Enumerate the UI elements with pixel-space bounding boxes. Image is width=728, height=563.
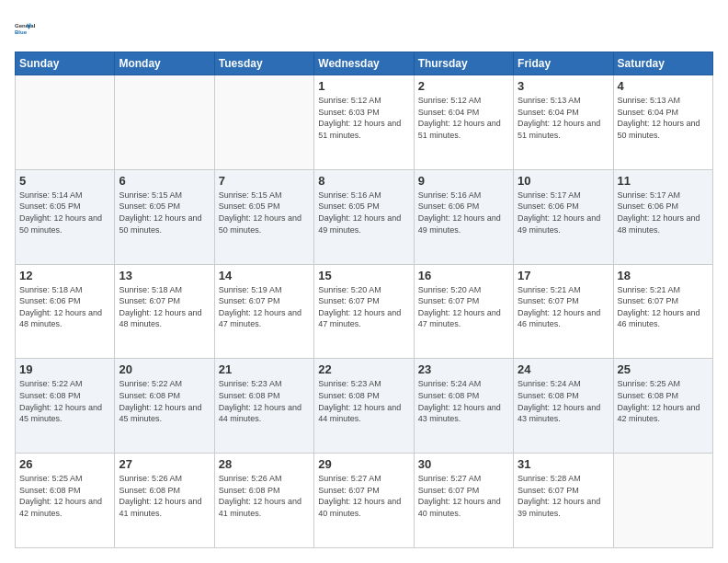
- day-info: Sunrise: 5:13 AM Sunset: 6:04 PM Dayligh…: [518, 95, 609, 141]
- header-row: SundayMondayTuesdayWednesdayThursdayFrid…: [16, 52, 713, 75]
- week-row-5: 26Sunrise: 5:25 AM Sunset: 6:08 PM Dayli…: [16, 454, 713, 548]
- day-number: 30: [418, 457, 509, 471]
- calendar-table: SundayMondayTuesdayWednesdayThursdayFrid…: [15, 52, 713, 548]
- day-cell: 4Sunrise: 5:13 AM Sunset: 6:04 PM Daylig…: [613, 75, 712, 170]
- day-cell: 5Sunrise: 5:14 AM Sunset: 6:05 PM Daylig…: [16, 169, 115, 264]
- day-number: 17: [518, 269, 609, 282]
- day-number: 20: [119, 362, 210, 376]
- day-number: 19: [19, 362, 110, 376]
- day-info: Sunrise: 5:25 AM Sunset: 6:08 PM Dayligh…: [19, 473, 110, 519]
- day-info: Sunrise: 5:12 AM Sunset: 6:04 PM Dayligh…: [418, 95, 509, 141]
- day-info: Sunrise: 5:19 AM Sunset: 6:07 PM Dayligh…: [219, 284, 310, 330]
- day-number: 28: [219, 457, 310, 471]
- day-number: 11: [618, 174, 709, 188]
- day-info: Sunrise: 5:28 AM Sunset: 6:07 PM Dayligh…: [518, 473, 609, 519]
- day-number: 4: [618, 79, 709, 93]
- day-info: Sunrise: 5:24 AM Sunset: 6:08 PM Dayligh…: [418, 378, 509, 424]
- day-info: Sunrise: 5:16 AM Sunset: 6:05 PM Dayligh…: [318, 190, 409, 236]
- day-number: 12: [19, 269, 110, 282]
- day-cell: 17Sunrise: 5:21 AM Sunset: 6:07 PM Dayli…: [514, 264, 613, 359]
- week-row-4: 19Sunrise: 5:22 AM Sunset: 6:08 PM Dayli…: [16, 359, 713, 454]
- col-header-wednesday: Wednesday: [314, 52, 414, 75]
- day-number: 2: [418, 79, 509, 93]
- col-header-saturday: Saturday: [613, 52, 712, 75]
- logo: General Blue: [15, 15, 42, 42]
- header: General Blue: [15, 15, 713, 42]
- day-info: Sunrise: 5:15 AM Sunset: 6:05 PM Dayligh…: [119, 190, 210, 236]
- svg-text:Blue: Blue: [15, 29, 28, 35]
- day-info: Sunrise: 5:22 AM Sunset: 6:08 PM Dayligh…: [119, 378, 210, 424]
- day-cell: 19Sunrise: 5:22 AM Sunset: 6:08 PM Dayli…: [16, 359, 115, 454]
- day-info: Sunrise: 5:17 AM Sunset: 6:06 PM Dayligh…: [518, 190, 609, 236]
- col-header-friday: Friday: [514, 52, 613, 75]
- day-number: 3: [518, 79, 609, 93]
- day-cell: [115, 75, 214, 170]
- day-number: 8: [318, 174, 409, 188]
- day-number: 18: [618, 269, 709, 282]
- day-info: Sunrise: 5:16 AM Sunset: 6:06 PM Dayligh…: [418, 190, 509, 236]
- day-info: Sunrise: 5:14 AM Sunset: 6:05 PM Dayligh…: [19, 190, 110, 236]
- week-row-2: 5Sunrise: 5:14 AM Sunset: 6:05 PM Daylig…: [16, 169, 713, 264]
- day-info: Sunrise: 5:12 AM Sunset: 6:03 PM Dayligh…: [318, 95, 409, 141]
- week-row-3: 12Sunrise: 5:18 AM Sunset: 6:06 PM Dayli…: [16, 264, 713, 359]
- day-cell: 27Sunrise: 5:26 AM Sunset: 6:08 PM Dayli…: [115, 454, 214, 548]
- day-cell: 14Sunrise: 5:19 AM Sunset: 6:07 PM Dayli…: [214, 264, 313, 359]
- day-info: Sunrise: 5:20 AM Sunset: 6:07 PM Dayligh…: [318, 284, 409, 330]
- day-cell: 1Sunrise: 5:12 AM Sunset: 6:03 PM Daylig…: [314, 75, 414, 170]
- day-info: Sunrise: 5:25 AM Sunset: 6:08 PM Dayligh…: [618, 378, 709, 424]
- day-cell: 9Sunrise: 5:16 AM Sunset: 6:06 PM Daylig…: [414, 169, 513, 264]
- day-cell: [214, 75, 313, 170]
- col-header-monday: Monday: [115, 52, 214, 75]
- day-info: Sunrise: 5:26 AM Sunset: 6:08 PM Dayligh…: [119, 473, 210, 519]
- day-cell: 2Sunrise: 5:12 AM Sunset: 6:04 PM Daylig…: [414, 75, 513, 170]
- day-number: 9: [418, 174, 509, 188]
- day-cell: 15Sunrise: 5:20 AM Sunset: 6:07 PM Dayli…: [314, 264, 414, 359]
- col-header-tuesday: Tuesday: [214, 52, 313, 75]
- day-cell: 16Sunrise: 5:20 AM Sunset: 6:07 PM Dayli…: [414, 264, 513, 359]
- day-number: 10: [518, 174, 609, 188]
- day-info: Sunrise: 5:15 AM Sunset: 6:05 PM Dayligh…: [219, 190, 310, 236]
- day-info: Sunrise: 5:23 AM Sunset: 6:08 PM Dayligh…: [219, 378, 310, 424]
- day-info: Sunrise: 5:21 AM Sunset: 6:07 PM Dayligh…: [518, 284, 609, 330]
- day-info: Sunrise: 5:23 AM Sunset: 6:08 PM Dayligh…: [318, 378, 409, 424]
- day-info: Sunrise: 5:21 AM Sunset: 6:07 PM Dayligh…: [618, 284, 709, 330]
- day-number: 22: [318, 362, 409, 376]
- day-number: 24: [518, 362, 609, 376]
- day-number: 15: [318, 269, 409, 282]
- day-info: Sunrise: 5:22 AM Sunset: 6:08 PM Dayligh…: [19, 378, 110, 424]
- day-number: 7: [219, 174, 310, 188]
- day-info: Sunrise: 5:27 AM Sunset: 6:07 PM Dayligh…: [318, 473, 409, 519]
- day-cell: 31Sunrise: 5:28 AM Sunset: 6:07 PM Dayli…: [514, 454, 613, 548]
- day-number: 1: [318, 79, 409, 93]
- day-number: 16: [418, 269, 509, 282]
- day-number: 13: [119, 269, 210, 282]
- day-cell: 22Sunrise: 5:23 AM Sunset: 6:08 PM Dayli…: [314, 359, 414, 454]
- day-info: Sunrise: 5:24 AM Sunset: 6:08 PM Dayligh…: [518, 378, 609, 424]
- day-cell: 20Sunrise: 5:22 AM Sunset: 6:08 PM Dayli…: [115, 359, 214, 454]
- day-number: 23: [418, 362, 509, 376]
- day-info: Sunrise: 5:27 AM Sunset: 6:07 PM Dayligh…: [418, 473, 509, 519]
- day-info: Sunrise: 5:17 AM Sunset: 6:06 PM Dayligh…: [618, 190, 709, 236]
- day-info: Sunrise: 5:18 AM Sunset: 6:06 PM Dayligh…: [19, 284, 110, 330]
- day-cell: 3Sunrise: 5:13 AM Sunset: 6:04 PM Daylig…: [514, 75, 613, 170]
- day-cell: [613, 454, 712, 548]
- day-number: 29: [318, 457, 409, 471]
- col-header-sunday: Sunday: [16, 52, 115, 75]
- day-number: 5: [19, 174, 110, 188]
- day-cell: 25Sunrise: 5:25 AM Sunset: 6:08 PM Dayli…: [613, 359, 712, 454]
- day-cell: 18Sunrise: 5:21 AM Sunset: 6:07 PM Dayli…: [613, 264, 712, 359]
- day-cell: 10Sunrise: 5:17 AM Sunset: 6:06 PM Dayli…: [514, 169, 613, 264]
- logo-icon: General Blue: [15, 15, 42, 42]
- day-cell: 13Sunrise: 5:18 AM Sunset: 6:07 PM Dayli…: [115, 264, 214, 359]
- day-cell: 6Sunrise: 5:15 AM Sunset: 6:05 PM Daylig…: [115, 169, 214, 264]
- calendar-page: General Blue SundayMondayTuesdayWednesda…: [0, 0, 728, 563]
- day-info: Sunrise: 5:13 AM Sunset: 6:04 PM Dayligh…: [618, 95, 709, 141]
- day-number: 31: [518, 457, 609, 471]
- col-header-thursday: Thursday: [414, 52, 513, 75]
- day-info: Sunrise: 5:18 AM Sunset: 6:07 PM Dayligh…: [119, 284, 210, 330]
- day-cell: 7Sunrise: 5:15 AM Sunset: 6:05 PM Daylig…: [214, 169, 313, 264]
- day-number: 27: [119, 457, 210, 471]
- day-number: 25: [618, 362, 709, 376]
- day-cell: 11Sunrise: 5:17 AM Sunset: 6:06 PM Dayli…: [613, 169, 712, 264]
- day-info: Sunrise: 5:20 AM Sunset: 6:07 PM Dayligh…: [418, 284, 509, 330]
